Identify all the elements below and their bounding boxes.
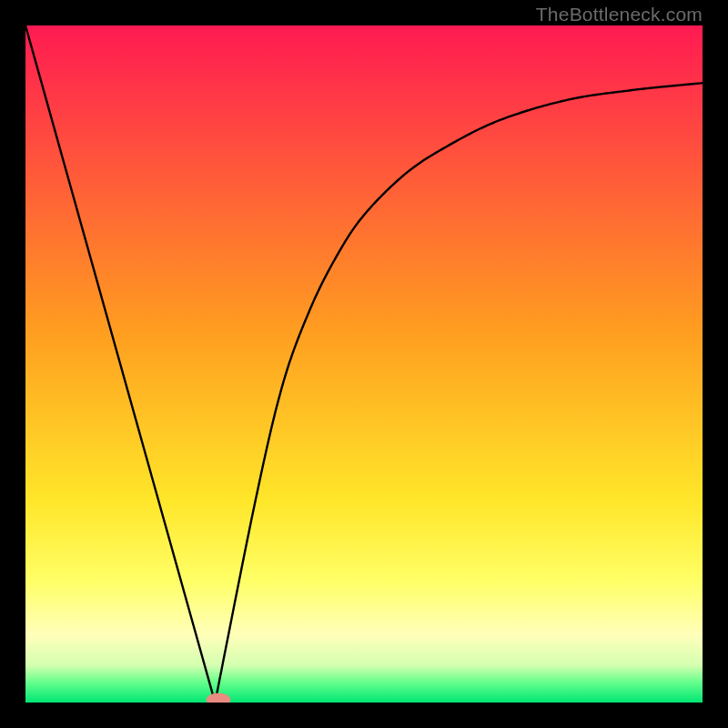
chart-background — [25, 25, 703, 703]
watermark-text: TheBottleneck.com — [536, 4, 703, 25]
chart-frame — [25, 25, 703, 703]
chart-svg — [25, 25, 703, 703]
